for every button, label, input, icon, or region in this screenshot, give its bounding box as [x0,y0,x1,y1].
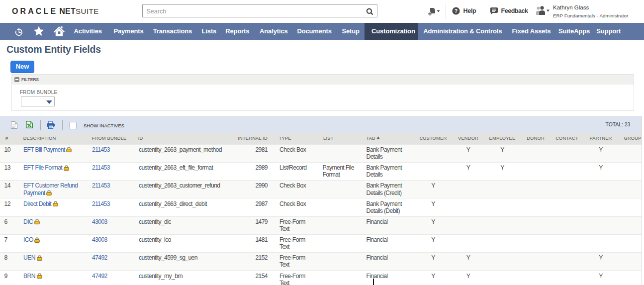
svg-text:?: ? [455,8,458,14]
